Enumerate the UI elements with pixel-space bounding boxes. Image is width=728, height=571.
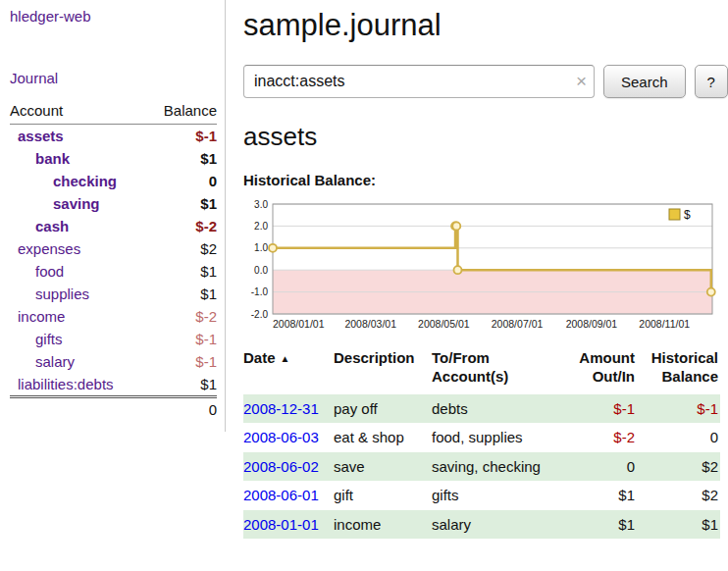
register-description-cell: pay off [334, 394, 432, 424]
register-header-accounts-line1: To/From [432, 349, 546, 368]
account-row: liabilities:debts$1 [10, 373, 217, 397]
account-balance: $-2 [148, 305, 217, 328]
account-balance: $1 [148, 260, 217, 283]
chart-svg: 3.02.01.00.0-1.0-2.02008/01/012008/03/01… [243, 196, 720, 334]
register-date-link[interactable]: 2008-01-01 [243, 516, 319, 533]
account-link[interactable]: food [35, 263, 64, 280]
register-header-description: Description [334, 347, 432, 394]
sort-ascending-icon: ▲ [281, 353, 290, 364]
account-balance: $1 [148, 192, 217, 215]
register-accounts-cell: saving, checking [432, 452, 553, 482]
account-link[interactable]: cash [35, 218, 69, 234]
register-description-cell: eat & shop [334, 423, 432, 452]
register-date-link[interactable]: 2008-06-03 [243, 429, 319, 445]
register-description-cell: gift [334, 481, 432, 510]
account-balance: $1 [148, 147, 217, 170]
search-box: × [243, 65, 595, 98]
register-balance-cell: $2 [637, 452, 720, 482]
x-axis-label: 2008/09/01 [566, 318, 618, 330]
register-header-balance-line1: Historical [637, 349, 718, 368]
account-link[interactable]: checking [53, 173, 117, 189]
register-header-amount: Amount Out/In [553, 347, 637, 394]
journal-link[interactable]: Journal [10, 70, 58, 86]
account-link[interactable]: expenses [18, 240, 80, 257]
account-balance: $-1 [148, 125, 217, 148]
register-date-link[interactable]: 2008-12-31 [243, 400, 319, 417]
register-row: 2008-12-31pay offdebts$-1$-1 [243, 394, 720, 424]
account-row: assets$-1 [10, 125, 217, 148]
account-balance: 0 [148, 170, 217, 192]
account-balance: $1 [148, 283, 217, 305]
account-link[interactable]: saving [53, 195, 100, 212]
account-row: saving$1 [10, 192, 217, 215]
account-row: gifts$-1 [10, 328, 217, 350]
register-header-amount-line2: Out/In [553, 368, 635, 387]
register-amount-cell: $1 [553, 510, 637, 540]
search-button[interactable]: Search [603, 65, 686, 98]
legend-swatch [669, 209, 680, 220]
register-balance-cell: $1 [637, 510, 720, 540]
account-link[interactable]: assets [18, 128, 64, 144]
y-axis-label: 2.0 [254, 221, 268, 232]
register-accounts-cell: gifts [432, 481, 553, 510]
register-header-row: Date▲ Description To/From Account(s) Amo… [243, 347, 720, 394]
account-row: checking0 [10, 170, 217, 192]
account-row: cash$-2 [10, 215, 217, 237]
register-row: 2008-01-01incomesalary$1$1 [243, 510, 720, 540]
account-link[interactable]: liabilities:debts [18, 376, 114, 392]
x-axis-label: 2008/07/01 [492, 318, 544, 330]
register-header-balance: Historical Balance [637, 347, 720, 394]
page-title: sample.journal [243, 8, 728, 43]
account-row: income$-2 [10, 305, 217, 328]
account-link[interactable]: supplies [35, 286, 89, 302]
register-amount-cell: $1 [553, 481, 637, 510]
register-balance-cell: $-1 [637, 394, 720, 424]
accounts-header-row: Account Balance [10, 98, 217, 125]
register-row: 2008-06-02savesaving, checking0$2 [243, 452, 720, 482]
y-axis-label: -2.0 [251, 309, 269, 320]
register-accounts-cell: debts [432, 394, 553, 424]
help-button[interactable]: ? [695, 65, 728, 98]
x-axis-label: 2008/01/01 [273, 318, 325, 330]
account-link[interactable]: bank [35, 150, 70, 167]
register-description-cell: income [334, 510, 432, 540]
account-row: food$1 [10, 260, 217, 283]
accounts-header-account: Account [10, 98, 148, 125]
account-link[interactable]: salary [35, 353, 75, 370]
account-row: bank$1 [10, 147, 217, 170]
register-header-accounts: To/From Account(s) [432, 347, 553, 394]
register-amount-cell: 0 [553, 452, 637, 482]
accounts-total-row: 0 [10, 397, 217, 422]
clear-search-icon[interactable]: × [576, 72, 587, 90]
register-accounts-cell: food, supplies [432, 423, 553, 452]
register-header-date[interactable]: Date▲ [243, 347, 334, 394]
accounts-total-spacer [10, 397, 148, 422]
register-balance-cell: 0 [637, 423, 720, 452]
y-axis-label: -1.0 [251, 286, 269, 297]
account-row: supplies$1 [10, 283, 217, 305]
account-link[interactable]: gifts [35, 331, 63, 347]
account-balance: $-2 [148, 215, 217, 237]
app-title-link[interactable]: hledger-web [10, 8, 91, 25]
register-amount-cell: $-1 [553, 394, 637, 424]
account-balance: $2 [148, 237, 217, 260]
y-axis-label: 1.0 [254, 242, 268, 253]
account-balance: $-1 [148, 328, 217, 350]
x-axis-label: 2008/11/01 [639, 318, 690, 330]
accounts-header-balance: Balance [148, 98, 217, 125]
account-balance: $1 [148, 373, 217, 397]
account-link[interactable]: income [18, 308, 65, 325]
register-date-link[interactable]: 2008-06-02 [243, 458, 319, 475]
chart-title: Historical Balance: [243, 172, 728, 188]
accounts-table: Account Balance assets$-1bank$1checking0… [10, 98, 217, 421]
sidebar: hledger-web Journal Account Balance asse… [0, 0, 226, 432]
register-description-cell: save [334, 452, 432, 482]
register-date-link[interactable]: 2008-06-01 [243, 487, 319, 503]
x-axis-label: 2008/05/01 [418, 318, 470, 330]
main-content: sample.journal × Search ? assets Histori… [226, 0, 728, 539]
page: hledger-web Journal Account Balance asse… [0, 0, 728, 539]
register-row: 2008-06-01giftgifts$1$2 [243, 481, 720, 510]
register-table: Date▲ Description To/From Account(s) Amo… [243, 347, 720, 539]
search-input[interactable] [243, 65, 595, 98]
x-axis-label: 2008/03/01 [344, 318, 396, 330]
